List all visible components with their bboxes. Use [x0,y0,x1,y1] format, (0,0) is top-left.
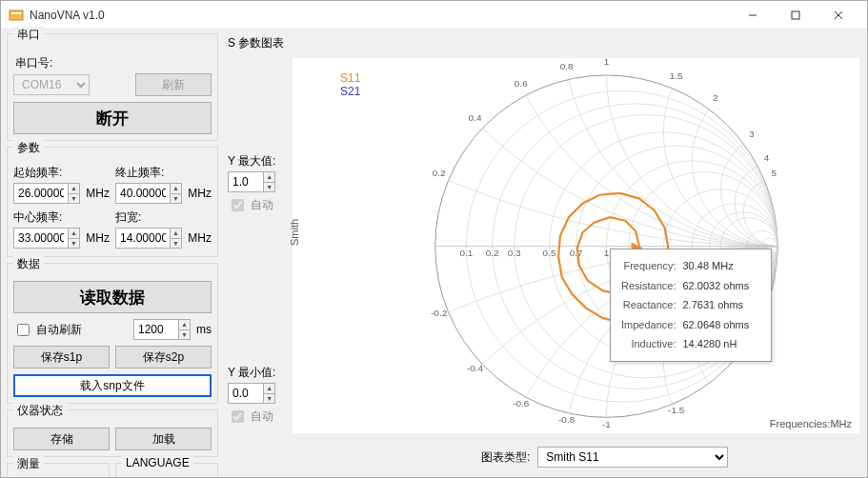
svg-text:1: 1 [604,248,610,258]
stop-freq-input[interactable] [116,184,170,203]
minimize-button[interactable] [731,1,774,30]
svg-text:1.5: 1.5 [670,70,683,81]
svg-text:0.8: 0.8 [560,61,574,71]
interval-input[interactable] [134,320,178,339]
y-max-input[interactable] [229,172,263,191]
svg-point-32 [663,58,859,247]
svg-point-26 [493,58,859,247]
read-data-button[interactable]: 读取数据 [13,281,212,313]
span-label: 扫宽: [115,209,212,226]
svg-text:-0.4: -0.4 [467,363,484,373]
device-load-button[interactable]: 加载 [115,428,212,450]
stop-freq-label: 终止频率: [115,165,212,181]
app-window: NanoVNA v1.0 串口 串口号: COM16 刷新 断开 [0,0,868,478]
svg-rect-3 [792,11,799,19]
svg-text:0.2: 0.2 [433,168,446,178]
svg-point-36 [720,132,835,247]
start-freq-label: 起始频率: [13,165,110,181]
auto-refresh-checkbox[interactable]: 自动刷新 [13,321,82,339]
svg-text:0.1: 0.1 [459,248,473,258]
y-min-label: Y 最小值: [228,365,275,381]
chart-area[interactable]: S11 S21 0.10.20.30.50.711.3234510200.20.… [293,58,859,433]
svg-text:0.5: 0.5 [543,248,556,258]
save-s1p-button[interactable]: 保存s1p [13,346,110,368]
data-group: 数据 读取数据 自动刷新 ▲▼ ms 保存s1p 保存s2p 载入snp文件 [7,263,218,404]
unit-mhz: MHz [86,187,110,200]
y-max-label: Y 最大值: [228,153,275,169]
save-s2p-button[interactable]: 保存s2p [115,346,212,368]
interval-spinner[interactable]: ▲▼ [178,320,190,339]
center-freq-input[interactable] [14,229,68,248]
maximize-button[interactable] [774,1,817,30]
x-axis-label: Frequencies:MHz [770,418,852,429]
start-freq-spinner[interactable]: ▲▼ [68,184,80,203]
svg-text:-0.2: -0.2 [431,308,448,318]
start-freq-input[interactable] [14,184,68,203]
svg-text:0.2: 0.2 [486,248,499,258]
device-legend: 仪器状态 [13,403,67,419]
svg-rect-1 [11,12,21,14]
y-min-input[interactable] [229,384,263,403]
marker-tooltip: Frequency:30.48 MHz Resistance:62.0032 o… [610,249,772,362]
y-max-control: Y 最大值: ▲▼ 自动 [228,153,275,214]
params-legend: 参数 [13,140,44,156]
titlebar: NanoVNA v1.0 [1,1,867,30]
interval-unit: ms [196,323,212,336]
chart-type-label: 图表类型: [481,449,530,466]
smith-chart: 0.10.20.30.50.711.3234510200.20.40.60.81… [293,58,859,434]
data-legend: 数据 [13,256,44,272]
svg-text:4: 4 [764,152,770,163]
svg-point-38 [735,161,820,247]
chart-type-select[interactable]: Smith S11 [537,447,728,468]
y-min-spinner[interactable]: ▲▼ [263,384,274,403]
sidebar: 串口 串口号: COM16 刷新 断开 参数 起始频率: [1,30,224,477]
measure-group: 测量 校准 [7,463,110,478]
y-axis-label: Smith [289,219,300,246]
svg-rect-0 [10,10,23,20]
auto-refresh-check[interactable] [17,324,30,336]
svg-text:-1.5: -1.5 [668,405,685,415]
svg-text:0.4: 0.4 [469,112,482,123]
center-freq-label: 中心频率: [13,209,110,226]
load-snp-button[interactable]: 载入snp文件 [13,374,212,397]
measure-legend: 测量 [13,456,44,472]
window-buttons [731,1,859,30]
svg-text:0.6: 0.6 [515,78,528,89]
svg-text:-0.8: -0.8 [558,414,575,425]
svg-text:2: 2 [713,92,718,103]
close-button[interactable] [817,1,859,30]
y-min-auto-check[interactable] [232,410,244,423]
span-spinner[interactable]: ▲▼ [170,229,182,248]
svg-text:1: 1 [604,58,610,67]
window-title: NanoVNA v1.0 [30,9,731,22]
y-max-spinner[interactable]: ▲▼ [263,172,274,191]
params-group: 参数 起始频率: ▲▼ MHz 终止频率: ▲▼ MHz [7,147,218,257]
app-icon [9,8,24,23]
svg-text:0.3: 0.3 [508,248,521,258]
stop-freq-spinner[interactable]: ▲▼ [170,184,182,203]
port-select[interactable]: COM16 [13,74,90,95]
svg-text:5: 5 [771,168,777,178]
svg-point-30 [606,58,859,247]
chart-panel: S 参数图表 Y 最大值: ▲▼ 自动 Y 最小值: ▲▼ 自动 S11 S21… [224,30,867,477]
device-save-button[interactable]: 存储 [13,428,110,450]
language-group: LANGUAGE English [115,463,218,478]
disconnect-button[interactable]: 断开 [13,102,212,134]
chart-title: S 参数图表 [228,35,284,51]
device-group: 仪器状态 存储 加载 [7,409,218,457]
port-label: 串口号: [15,55,212,71]
svg-point-25 [350,247,859,435]
center-freq-spinner[interactable]: ▲▼ [68,229,80,248]
svg-text:-0.6: -0.6 [513,398,530,408]
refresh-button[interactable]: 刷新 [135,73,212,96]
svg-text:-1: -1 [602,419,611,429]
serial-group: 串口 串口号: COM16 刷新 断开 [7,33,218,141]
chart-type-row: 图表类型: Smith S11 [481,447,728,468]
svg-text:3: 3 [749,129,755,139]
serial-legend: 串口 [13,27,44,43]
language-legend: LANGUAGE [122,456,193,469]
y-max-auto-check[interactable] [232,199,244,211]
span-input[interactable] [116,229,170,248]
y-min-control: Y 最小值: ▲▼ 自动 [228,365,275,426]
